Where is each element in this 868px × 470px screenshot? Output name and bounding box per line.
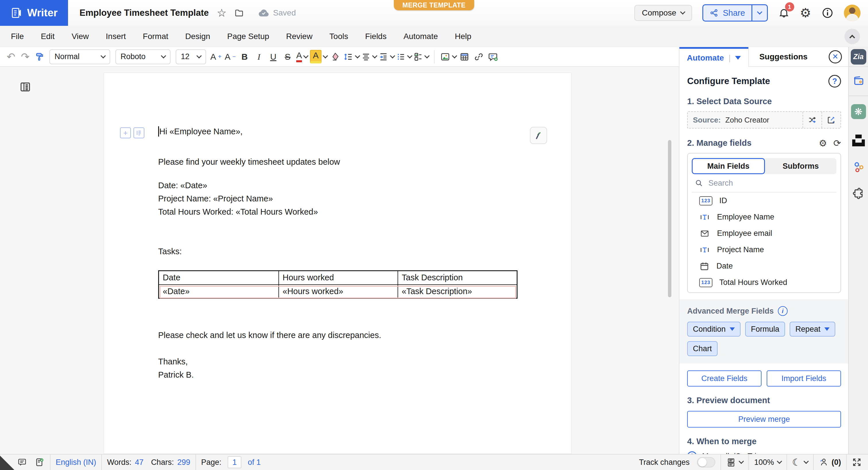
font-size-select[interactable]: 12	[176, 49, 206, 64]
connected-apps-icon[interactable]	[851, 160, 865, 174]
checklist-button[interactable]	[413, 49, 429, 64]
doc-line-hours[interactable]: Total Hours Worked: «Total Hours Worked»	[158, 207, 318, 217]
page-number-input[interactable]: 1	[228, 456, 241, 468]
block-options-icon[interactable]	[133, 127, 144, 138]
document-title[interactable]: Employee Timesheet Template	[80, 8, 209, 18]
folder-icon[interactable]	[234, 8, 244, 18]
user-avatar[interactable]	[844, 5, 861, 21]
writer-logo[interactable]: Writer	[0, 0, 68, 26]
menu-tools[interactable]: Tools	[330, 32, 348, 41]
paragraph-style-select[interactable]: Normal	[50, 49, 110, 64]
comments-icon[interactable]	[17, 458, 27, 467]
share-button[interactable]: Share	[702, 4, 768, 22]
table-header-cell[interactable]: Task Description	[398, 271, 517, 285]
tab-main-fields[interactable]: Main Fields	[692, 158, 765, 174]
zia-assist-button[interactable]	[530, 127, 547, 144]
openai-icon[interactable]: ❋	[851, 104, 866, 119]
chart-chip[interactable]: Chart	[687, 341, 718, 356]
menu-format[interactable]: Format	[143, 32, 168, 41]
field-item-date[interactable]: Date	[692, 258, 836, 274]
bullet-list-button[interactable]	[396, 49, 412, 64]
line-spacing-button[interactable]	[343, 49, 360, 64]
doc-line-greeting[interactable]: Hi «Employee Name»,	[158, 126, 243, 136]
tab-automate[interactable]: Automate |	[679, 47, 748, 67]
info-icon[interactable]: i	[778, 306, 787, 316]
add-block-icon[interactable]: +	[120, 127, 131, 138]
search-input[interactable]	[708, 179, 834, 188]
unsplash-icon[interactable]	[852, 134, 865, 147]
table-header-cell[interactable]: Hours worked	[279, 271, 398, 285]
track-changes-toggle[interactable]	[697, 457, 715, 467]
tab-subforms[interactable]: Subforms	[765, 158, 836, 174]
zia-icon[interactable]: Zia	[851, 49, 866, 65]
menu-insert[interactable]: Insert	[106, 32, 126, 41]
increase-font-button[interactable]: A+	[210, 49, 222, 64]
menu-page-setup[interactable]: Page Setup	[227, 32, 269, 41]
font-family-select[interactable]: Roboto	[115, 49, 170, 64]
menu-view[interactable]: View	[71, 32, 89, 41]
tasks-table[interactable]: Date Hours worked Task Description «Date…	[158, 270, 518, 299]
share-dropdown-caret[interactable]	[751, 5, 767, 21]
bold-button[interactable]: B	[238, 49, 251, 64]
highlight-color-button[interactable]: A	[310, 49, 327, 64]
close-panel-button[interactable]: ✕	[829, 50, 842, 63]
radio-manually-on-trigger[interactable]: Manually/On Trigger	[687, 451, 841, 454]
char-count[interactable]: Chars:299	[151, 458, 190, 467]
dark-mode-selector[interactable]: ☾	[792, 458, 808, 467]
menu-review[interactable]: Review	[286, 32, 313, 41]
strikethrough-button[interactable]: S	[281, 49, 294, 64]
create-fields-button[interactable]: Create Fields	[687, 370, 762, 386]
change-source-button[interactable]	[803, 112, 822, 128]
wallet-icon[interactable]	[851, 75, 865, 87]
field-item-employee-email[interactable]: Employee email	[692, 225, 836, 242]
import-fields-button[interactable]: Import Fields	[767, 370, 841, 386]
compose-button[interactable]: Compose	[634, 5, 692, 21]
info-icon[interactable]	[822, 7, 834, 19]
clear-formatting-eraser-icon[interactable]	[329, 49, 342, 64]
field-item-id[interactable]: 123 ID	[692, 192, 836, 209]
extensions-puzzle-icon[interactable]	[852, 187, 865, 200]
collaborators-indicator[interactable]: (0)	[819, 458, 841, 467]
redo-button[interactable]: ↷	[19, 49, 32, 64]
settings-gear-icon[interactable]: ⚙	[800, 7, 811, 19]
format-painter-button[interactable]	[33, 49, 46, 64]
undo-button[interactable]: ↶	[5, 49, 17, 64]
radio-selected-icon[interactable]	[687, 451, 697, 454]
notifications-button[interactable]: 1	[778, 7, 789, 19]
menu-file[interactable]: File	[11, 32, 24, 41]
preview-merge-button[interactable]: Preview merge	[687, 411, 841, 428]
formula-chip[interactable]: Formula	[745, 322, 785, 337]
font-color-button[interactable]: A	[296, 49, 308, 64]
page-curl[interactable]	[0, 456, 14, 470]
automate-dropdown-caret[interactable]	[735, 56, 741, 60]
help-icon[interactable]: ?	[828, 75, 841, 88]
menu-fields[interactable]: Fields	[365, 32, 386, 41]
table-header-cell[interactable]: Date	[159, 271, 279, 285]
repeat-chip[interactable]: Repeat	[789, 322, 835, 337]
language-selector[interactable]: English (IN)	[56, 458, 96, 467]
document-outline-icon[interactable]	[19, 81, 32, 93]
fullscreen-button[interactable]	[852, 458, 862, 467]
doc-line-tasks[interactable]: Tasks:	[158, 247, 182, 256]
table-cell[interactable]: «Task Description»	[398, 285, 517, 299]
word-count[interactable]: Words:47	[107, 458, 144, 467]
collapse-toolbar-button[interactable]	[844, 29, 860, 44]
indent-button[interactable]	[378, 49, 394, 64]
doc-line-date[interactable]: Date: «Date»	[158, 181, 207, 190]
menu-automate[interactable]: Automate	[404, 32, 438, 41]
doc-line-check[interactable]: Please check and let us know if there ar…	[158, 331, 381, 340]
field-item-total-hours[interactable]: 123 Total Hours Worked	[692, 274, 836, 291]
doc-line-thanks[interactable]: Thanks,	[158, 357, 188, 367]
menu-help[interactable]: Help	[455, 32, 472, 41]
fields-settings-gear-icon[interactable]: ⚙	[819, 138, 827, 148]
refresh-fields-icon[interactable]: ⟳	[833, 138, 841, 148]
edit-source-button[interactable]	[822, 112, 840, 128]
document-page[interactable]: + Hi «Employee Name», Please fi	[104, 72, 571, 454]
condition-chip[interactable]: Condition	[687, 322, 741, 337]
field-item-project-name[interactable]: Project Name	[692, 242, 836, 258]
spellcheck-icon[interactable]	[35, 457, 45, 467]
align-button[interactable]	[361, 49, 377, 64]
menu-design[interactable]: Design	[185, 32, 210, 41]
underline-button[interactable]: U	[267, 49, 280, 64]
italic-button[interactable]: I	[253, 49, 265, 64]
